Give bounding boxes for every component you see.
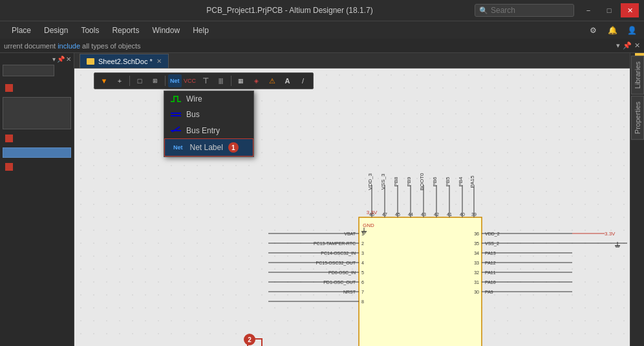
bus-icon [171, 111, 181, 118]
svg-text:PB9: PB9 [406, 177, 412, 187]
toolbar-power-btn[interactable]: ◈ [250, 74, 264, 87]
svg-text:PD1-OSC_OUT: PD1-OSC_OUT [323, 280, 356, 285]
toolbar-grid-btn[interactable]: ⊞ [148, 74, 162, 87]
menu-window[interactable]: Window [145, 23, 186, 38]
gear-icon[interactable]: ⚙ [586, 23, 600, 38]
toolbar-rect-btn[interactable]: □ [133, 74, 147, 87]
svg-text:PB8: PB8 [393, 177, 399, 187]
svg-text:PA12: PA12 [485, 261, 496, 265]
svg-text:VSS_2: VSS_2 [485, 241, 499, 246]
toolbar: ▼ + □ ⊞ Net VCC ⊤ ||| ▦ ◈ ⚠ A / [94, 72, 314, 89]
svg-text:30: 30 [474, 290, 479, 294]
bell-icon[interactable]: 🔔 [605, 23, 619, 38]
svg-text:43: 43 [421, 212, 426, 217]
search-box[interactable]: 🔍 [475, 4, 574, 17]
toolbar-net-btn[interactable]: Net [168, 74, 182, 87]
tab-bar: Sheet2.SchDoc * ✕ [74, 53, 630, 69]
sidebar-header: ▾ 📌 ✕ [3, 56, 71, 63]
sidebar-search-input[interactable] [3, 65, 54, 76]
svg-text:41: 41 [447, 212, 452, 217]
bus-entry-label: Bus Entry [186, 126, 220, 135]
tab-label: Sheet2.SchDoc * [98, 58, 153, 65]
toolbar-line-btn[interactable]: / [296, 74, 310, 87]
dropdown-wire[interactable]: Wire [164, 91, 253, 107]
menu-help[interactable]: Help [186, 23, 215, 38]
right-tab-libraries[interactable]: Libraries [631, 56, 644, 94]
toolbar-filter-btn[interactable]: ▼ [97, 74, 111, 87]
svg-text:36: 36 [474, 232, 479, 236]
toolbar-warn-btn[interactable]: ⚠ [265, 74, 279, 87]
sidebar-item-3[interactable] [3, 162, 71, 172]
sidebar-pin-icon[interactable]: ▾ [52, 56, 56, 63]
panel-close-icon[interactable]: ✕ [634, 41, 640, 50]
search-input[interactable] [491, 6, 568, 15]
user-icon[interactable]: 👤 [625, 23, 639, 38]
panel-pushpin-icon[interactable]: 📌 [623, 41, 632, 50]
toolbar-gnd-btn[interactable]: ⊤ [199, 74, 213, 87]
tab-folder-icon [87, 58, 94, 65]
svg-text:7: 7 [361, 290, 364, 294]
menu-reports[interactable]: Reports [105, 23, 145, 38]
search-icon: 🔍 [479, 6, 488, 15]
toolbar-add-btn[interactable]: + [113, 74, 127, 87]
svg-text:44: 44 [408, 212, 413, 217]
tab-close-icon[interactable]: ✕ [156, 58, 162, 65]
toolbar-divider-1 [129, 76, 130, 86]
toolbar-text-btn[interactable]: A [281, 74, 295, 87]
right-tab-properties[interactable]: Properties [631, 96, 644, 140]
toolbar-divider-3 [231, 76, 231, 86]
net-label-text: Net Label [190, 143, 223, 152]
svg-text:45: 45 [395, 212, 400, 217]
sidebar-close-icon[interactable]: ✕ [66, 56, 71, 63]
svg-text:PA11: PA11 [485, 270, 496, 275]
maximize-button[interactable]: □ [600, 3, 618, 17]
menu-place[interactable]: Place [5, 23, 38, 38]
svg-text:5: 5 [361, 270, 364, 275]
dropdown-bus-entry[interactable]: Bus Entry [164, 122, 253, 138]
svg-text:31: 31 [474, 280, 479, 285]
close-button[interactable]: ✕ [621, 3, 639, 17]
panel-controls: ▾ 📌 ✕ [616, 41, 640, 50]
doc-icon-1 [5, 84, 13, 92]
left-sidebar: ▾ 📌 ✕ [0, 53, 74, 346]
right-sidebar: Libraries Properties [630, 53, 644, 346]
toolbar-vcc-btn[interactable]: VCC [183, 74, 197, 87]
canvas-area[interactable]: ▼ + □ ⊞ Net VCC ⊤ ||| ▦ ◈ ⚠ A / [74, 69, 630, 346]
svg-text:35: 35 [474, 241, 479, 246]
sidebar-item-2[interactable] [3, 133, 71, 144]
doc-icon-3 [5, 163, 13, 171]
svg-text:8: 8 [361, 299, 364, 304]
sidebar-active-item[interactable] [3, 147, 71, 158]
panel-pin-icon[interactable]: ▾ [616, 41, 620, 50]
svg-text:42: 42 [434, 212, 439, 217]
net-label-badge: 1 [228, 142, 239, 153]
svg-text:PD0-OSC_IN: PD0-OSC_IN [328, 270, 356, 276]
menu-tools[interactable]: Tools [74, 23, 105, 38]
svg-text:PA15: PA15 [469, 175, 475, 188]
window-controls: − □ ✕ [579, 3, 639, 17]
svg-text:PC13-TAMPER-RTC: PC13-TAMPER-RTC [314, 241, 356, 246]
sidebar-pushpin-icon[interactable]: 📌 [57, 56, 65, 63]
svg-text:PB5: PB5 [445, 177, 451, 187]
wire-icon [171, 95, 181, 103]
minimize-button[interactable]: − [579, 3, 597, 17]
menu-design[interactable]: Design [38, 23, 74, 38]
dropdown-net-label[interactable]: Net Net Label 1 [164, 138, 253, 157]
svg-text:PA10: PA10 [485, 280, 496, 285]
svg-text:32: 32 [474, 270, 479, 275]
main-area: ▾ 📌 ✕ [0, 53, 644, 346]
sidebar-item-1[interactable] [3, 83, 71, 93]
svg-rect-4 [359, 217, 482, 346]
svg-text:33: 33 [474, 261, 479, 265]
svg-text:3.3V: 3.3V [605, 231, 616, 237]
bus-entry-icon [171, 125, 181, 135]
svg-text:3.3V: 3.3V [367, 210, 378, 215]
toolbar-comp-btn[interactable]: ▦ [234, 74, 248, 87]
dropdown-bus[interactable]: Bus [164, 107, 253, 122]
doc-icon-2 [5, 135, 13, 142]
svg-text:PC15-OSC32_OUT: PC15-OSC32_OUT [316, 261, 356, 266]
tab-sheet2[interactable]: Sheet2.SchDoc * ✕ [80, 54, 169, 68]
toolbar-bus-btn[interactable]: ||| [214, 74, 228, 87]
svg-text:39: 39 [471, 212, 477, 217]
svg-text:VBAT: VBAT [344, 232, 356, 236]
